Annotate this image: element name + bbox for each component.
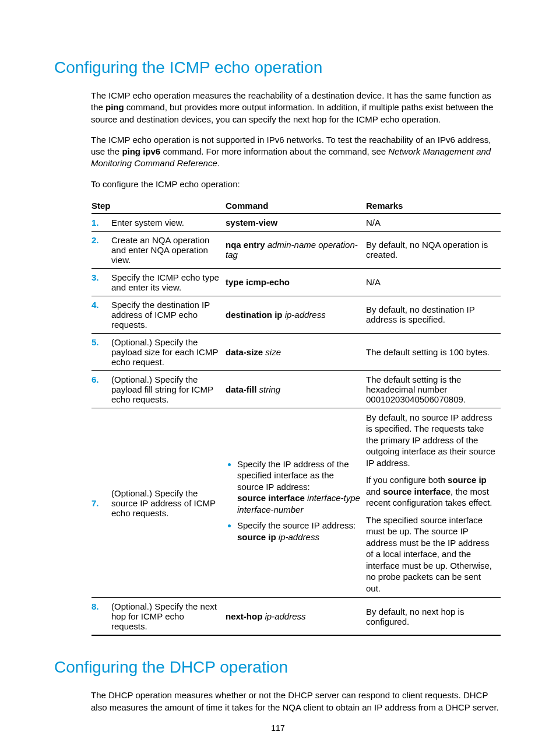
step-desc: Create an NQA operation and enter NQA op… — [111, 231, 226, 268]
cmd-bold: source interface — [237, 493, 305, 503]
step-remarks: The default setting is 100 bytes. — [366, 333, 501, 370]
table-row: 8. (Optional.) Specify the next hop for … — [92, 598, 501, 636]
step-desc: Specify the destination IP address of IC… — [111, 296, 226, 333]
paragraph: To configure the ICMP echo operation: — [91, 178, 502, 190]
step-desc: (Optional.) Specify the source IP addres… — [111, 408, 226, 598]
cmd-bold: next-hop — [226, 611, 262, 621]
step-command: system-view — [226, 214, 366, 232]
cmd-bold: nqa entry — [226, 240, 265, 250]
section-heading-dhcp: Configuring the DHCP operation — [54, 658, 502, 677]
bold-text: ping — [105, 102, 124, 112]
text: Specify the source IP address: — [237, 520, 356, 530]
step-number: 4. — [92, 296, 111, 333]
step-remarks: By default, no source IP address is spec… — [366, 408, 501, 598]
table-row: 2. Create an NQA operation and enter NQA… — [92, 231, 501, 268]
step-remarks: By default, no destination IP address is… — [366, 296, 501, 333]
list-item: Specify the source IP address: source ip… — [237, 520, 363, 542]
text: Specify the IP address of the specified … — [237, 459, 349, 492]
step-number: 3. — [92, 268, 111, 296]
step-number: 8. — [92, 598, 111, 636]
step-remarks: The default setting is the hexadecimal n… — [366, 370, 501, 408]
text: . — [217, 158, 220, 168]
table-row: 1. Enter system view. system-view N/A — [92, 214, 501, 232]
step-remarks: By default, no NQA operation is created. — [366, 231, 501, 268]
paragraph: The ICMP echo operation is not supported… — [91, 134, 502, 170]
paragraph: The ICMP echo operation measures the rea… — [91, 90, 502, 125]
list-item: Specify the IP address of the specified … — [237, 459, 363, 516]
text: and — [366, 487, 383, 496]
cmd-bold: data-fill — [226, 384, 256, 394]
text: command. For more information about the … — [160, 146, 388, 156]
step-command: Specify the IP address of the specified … — [226, 408, 366, 598]
cmd-bold: data-size — [226, 347, 263, 357]
cmd-bold: source ip — [237, 532, 276, 542]
step-desc: Enter system view. — [111, 214, 226, 232]
step-number: 7. — [92, 408, 111, 598]
step-remarks: By default, no next hop is configured. — [366, 598, 501, 636]
cmd-bold: type icmp-echo — [226, 277, 290, 287]
cmd-italic: size — [263, 347, 281, 357]
step-command: next-hop ip-address — [226, 598, 366, 636]
table-row: 3. Specify the ICMP echo type and enter … — [92, 268, 501, 296]
page-number: 117 — [0, 723, 556, 733]
text: If you configure both — [366, 475, 448, 485]
bold-text: ping ipv6 — [122, 146, 160, 156]
cmd-italic: ip-address — [276, 532, 319, 542]
config-table: Step Command Remarks 1. Enter system vie… — [92, 198, 501, 636]
step-number: 5. — [92, 333, 111, 370]
col-header-command: Command — [226, 198, 366, 214]
remark-para: By default, no source IP address is spec… — [366, 412, 497, 469]
col-header-remarks: Remarks — [366, 198, 501, 214]
cmd-bold: system-view — [226, 218, 277, 228]
step-number: 6. — [92, 370, 111, 408]
step-command: type icmp-echo — [226, 268, 366, 296]
table-row: 4. Specify the destination IP address of… — [92, 296, 501, 333]
table-row: 6. (Optional.) Specify the payload fill … — [92, 370, 501, 408]
table-row: 5. (Optional.) Specify the payload size … — [92, 333, 501, 370]
col-header-step: Step — [92, 198, 226, 214]
step-number: 1. — [92, 214, 111, 232]
cmd-italic: ip-address — [262, 611, 305, 621]
section-heading-icmp: Configuring the ICMP echo operation — [54, 58, 502, 77]
step-desc: (Optional.) Specify the payload size for… — [111, 333, 226, 370]
bold-text: source ip — [448, 475, 487, 485]
text: command, but provides more output inform… — [91, 102, 493, 124]
step-command: data-size size — [226, 333, 366, 370]
step-command: destination ip ip-address — [226, 296, 366, 333]
remark-para: If you configure both source ip and sour… — [366, 474, 497, 509]
paragraph: The DHCP operation measures whether or n… — [91, 690, 502, 713]
step-command: nqa entry admin-name operation-tag — [226, 231, 366, 268]
step-desc: Specify the ICMP echo type and enter its… — [111, 268, 226, 296]
bold-text: source interface — [383, 487, 451, 496]
step-number: 2. — [92, 231, 111, 268]
step-desc: (Optional.) Specify the payload fill str… — [111, 370, 226, 408]
cmd-italic: string — [256, 384, 280, 394]
cmd-bold: destination ip — [226, 310, 283, 320]
step-desc: (Optional.) Specify the next hop for ICM… — [111, 598, 226, 636]
step-command: data-fill string — [226, 370, 366, 408]
remark-para: The specified source interface must be u… — [366, 514, 497, 594]
step-remarks: N/A — [366, 268, 501, 296]
table-row: 7. (Optional.) Specify the source IP add… — [92, 408, 501, 598]
step-remarks: N/A — [366, 214, 501, 232]
cmd-italic: ip-address — [283, 310, 326, 320]
